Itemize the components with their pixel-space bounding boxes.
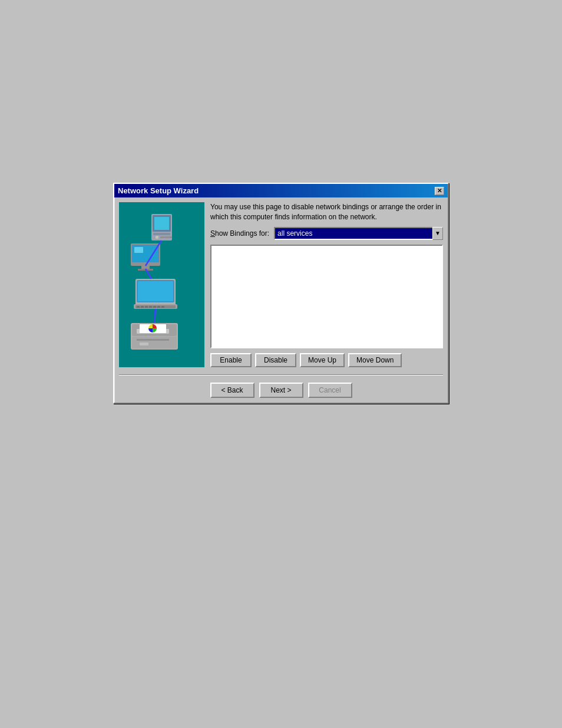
svg-rect-23 <box>157 306 160 308</box>
right-panel: You may use this page to disable network… <box>210 202 443 367</box>
bindings-select[interactable]: all services all adapters all protocols <box>274 227 443 240</box>
title-bar-buttons: ✕ <box>435 187 444 195</box>
svg-rect-4 <box>153 233 170 235</box>
svg-rect-20 <box>145 306 148 308</box>
svg-rect-31 <box>137 339 169 341</box>
svg-rect-6 <box>160 236 172 238</box>
back-button[interactable]: < Back <box>210 383 254 398</box>
svg-rect-3 <box>154 217 169 230</box>
network-setup-wizard-dialog: Network Setup Wizard ✕ <box>113 183 449 404</box>
svg-rect-15 <box>138 281 173 301</box>
disable-button[interactable]: Disable <box>255 353 296 367</box>
description-text: You may use this page to disable network… <box>210 202 443 222</box>
svg-rect-21 <box>149 306 152 308</box>
svg-rect-32 <box>140 342 148 345</box>
cancel-button[interactable]: Cancel <box>308 383 352 398</box>
bindings-select-wrapper: all services all adapters all protocols … <box>274 227 443 240</box>
bindings-label: Show Bindings for: <box>210 229 269 238</box>
bindings-label-underline: S <box>210 229 215 238</box>
next-button[interactable]: Next > <box>259 383 303 398</box>
dialog-body: You may use this page to disable network… <box>114 197 448 372</box>
nav-buttons: < Back Next > Cancel <box>114 378 448 403</box>
svg-rect-30 <box>132 337 177 348</box>
separator <box>119 374 443 375</box>
title-bar: Network Setup Wizard ✕ <box>114 184 448 197</box>
bindings-row: Show Bindings for: all services all adap… <box>210 227 443 240</box>
enable-button[interactable]: Enable <box>210 353 252 367</box>
svg-rect-22 <box>153 306 156 308</box>
dialog-title: Network Setup Wizard <box>118 186 199 195</box>
svg-rect-24 <box>161 306 164 308</box>
move-up-button[interactable]: Move Up <box>300 353 345 367</box>
close-button[interactable]: ✕ <box>435 187 444 195</box>
svg-rect-10 <box>134 247 143 253</box>
svg-rect-5 <box>156 236 158 239</box>
svg-rect-18 <box>137 306 140 308</box>
network-illustration-panel <box>119 202 204 367</box>
svg-rect-19 <box>141 306 144 308</box>
action-buttons: Enable Disable Move Up Move Down <box>210 353 443 367</box>
bindings-listbox[interactable] <box>210 245 443 348</box>
move-down-button[interactable]: Move Down <box>348 353 402 367</box>
